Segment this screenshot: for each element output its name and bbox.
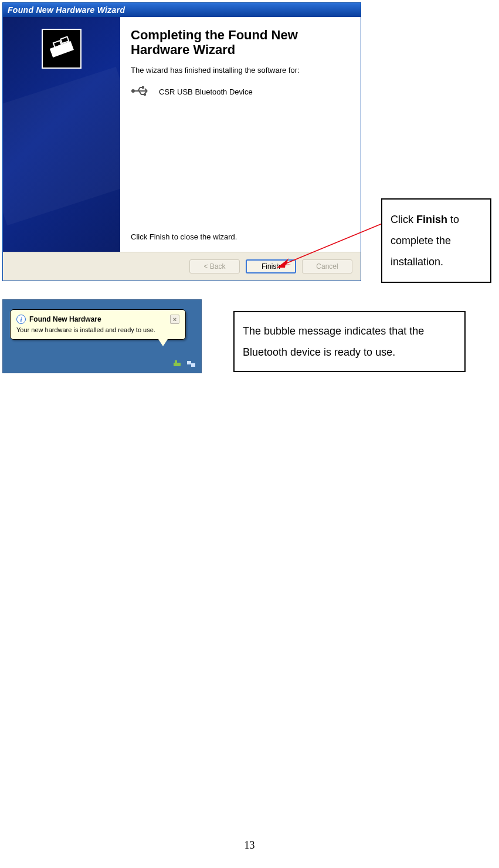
page-number: 13 — [0, 839, 499, 852]
safely-remove-icon[interactable] — [172, 359, 182, 369]
callout-text-bold: Finish — [416, 214, 447, 225]
wizard-titlebar[interactable]: Found New Hardware Wizard — [3, 3, 361, 17]
balloon-body: Your new hardware is installed and ready… — [16, 326, 179, 333]
spacer — [131, 112, 349, 232]
svg-rect-13 — [191, 363, 195, 367]
info-icon: i — [16, 315, 26, 324]
callout-text-pre: Click — [391, 214, 416, 225]
callout-click-finish: Click Finish to complete the installatio… — [381, 198, 491, 283]
wizard-close-hint: Click Finish to close the wizard. — [131, 232, 349, 245]
usb-icon — [131, 84, 151, 100]
wizard-heading: Completing the Found New Hardware Wizard — [131, 28, 349, 58]
svg-point-6 — [144, 93, 146, 95]
callout-balloon-explain: The bubble message indicates that the Bl… — [233, 311, 466, 372]
system-tray-screenshot: i Found New Hardware × Your new hardware… — [2, 299, 202, 373]
svg-rect-5 — [142, 86, 144, 89]
cancel-button: Cancel — [302, 259, 352, 273]
svg-rect-11 — [175, 360, 177, 363]
svg-rect-12 — [187, 361, 191, 364]
back-button: < Back — [189, 259, 240, 273]
wizard-body: Completing the Found New Hardware Wizard… — [3, 17, 361, 252]
balloon-header: i Found New Hardware × — [16, 315, 179, 324]
chip-svg-icon — [47, 35, 76, 63]
device-row: CSR USB Bluetooth Device — [131, 84, 349, 100]
svg-rect-10 — [174, 363, 181, 366]
network-icon[interactable] — [186, 359, 196, 369]
wizard-content-panel: Completing the Found New Hardware Wizard… — [120, 17, 361, 252]
balloon-close-button[interactable]: × — [170, 315, 179, 324]
wizard-button-bar: < Back Finish Cancel — [3, 252, 361, 281]
notification-balloon: i Found New Hardware × Your new hardware… — [10, 309, 186, 340]
wizard-window: Found New Hardware Wizard Completing the… — [2, 2, 361, 281]
balloon-title: Found New Hardware — [29, 315, 101, 323]
wizard-side-panel — [3, 17, 120, 252]
wizard-subtext: The wizard has finished installing the s… — [131, 66, 349, 75]
document-page: Found New Hardware Wizard Completing the… — [0, 0, 499, 868]
tray-icons — [172, 359, 196, 369]
device-name: CSR USB Bluetooth Device — [159, 87, 253, 96]
finish-button[interactable]: Finish — [246, 259, 296, 273]
hardware-chip-icon — [42, 29, 82, 69]
